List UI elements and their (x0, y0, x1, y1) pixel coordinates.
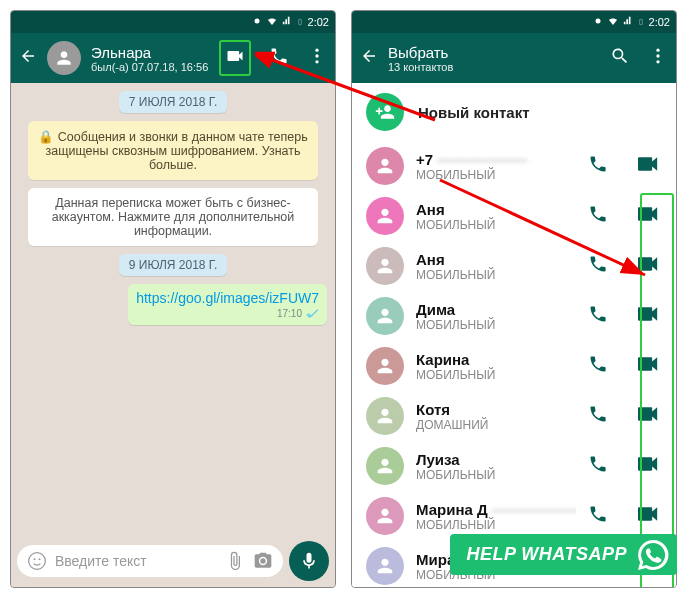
voice-call-icon[interactable] (269, 46, 289, 70)
contact-type: МОБИЛЬНЫЙ (416, 318, 576, 332)
contact-row[interactable]: +7 —————— МОБИЛЬНЫЙ (352, 141, 676, 191)
voice-call-icon[interactable] (588, 504, 608, 528)
phone-chat: 2:02 Эльнара был(-а) 07.07.18, 16:56 7 И… (10, 10, 336, 588)
contact-info: +7 —————— МОБИЛЬНЫЙ (416, 151, 576, 182)
attach-icon[interactable] (225, 551, 245, 571)
svg-point-6 (34, 558, 36, 560)
contact-row[interactable]: Карина МОБИЛЬНЫЙ (352, 341, 676, 391)
contact-row[interactable]: Котя ДОМАШНИЙ (352, 391, 676, 441)
add-person-icon (366, 93, 404, 131)
phone-picker: 2:02 Выбрать 13 контактов Новый контакт (351, 10, 677, 588)
contact-type: МОБИЛЬНЫЙ (416, 468, 576, 482)
svg-point-7 (39, 558, 41, 560)
voice-call-icon[interactable] (588, 404, 608, 428)
read-icon (305, 309, 319, 319)
svg-point-3 (315, 54, 318, 57)
more-icon[interactable] (648, 46, 668, 70)
contact-type: МОБИЛЬНЫЙ (416, 168, 576, 182)
chat-title-block[interactable]: Эльнара был(-а) 07.07.18, 16:56 (91, 44, 209, 73)
svg-point-10 (656, 49, 659, 52)
voice-call-icon[interactable] (588, 354, 608, 378)
contact-name: Луиза (416, 451, 576, 468)
svg-rect-9 (639, 19, 642, 24)
back-icon[interactable] (19, 47, 37, 69)
last-seen: был(-а) 07.07.18, 16:56 (91, 61, 209, 73)
voice-call-icon[interactable] (588, 454, 608, 478)
banner-text: HELP WHATSAPP (466, 544, 627, 564)
input-placeholder: Введите текст (55, 553, 217, 569)
contact-row[interactable]: Луиза МОБИЛЬНЫЙ (352, 441, 676, 491)
contact-name: Аня (416, 251, 576, 268)
contact-avatar (366, 297, 404, 335)
message-out[interactable]: https://goo.gl/images/izFUW7 17:10 (128, 284, 327, 325)
contact-name: +7 —————— (416, 151, 576, 168)
contact-info: Луиза МОБИЛЬНЫЙ (416, 451, 576, 482)
contact-avatar (366, 197, 404, 235)
new-contact-label: Новый контакт (418, 104, 530, 121)
contact-avatar (366, 147, 404, 185)
location-icon (593, 16, 603, 28)
battery-icon (296, 16, 304, 28)
svg-point-4 (315, 60, 318, 63)
voice-call-icon[interactable] (588, 154, 608, 178)
voice-call-icon[interactable] (588, 254, 608, 278)
video-call-icon[interactable] (620, 407, 662, 425)
encryption-notice[interactable]: 🔒 Сообщения и звонки в данном чате тепер… (28, 121, 318, 180)
contact-info: Карина МОБИЛЬНЫЙ (416, 351, 576, 382)
picker-title: Выбрать (388, 44, 600, 61)
more-icon[interactable] (307, 46, 327, 70)
whatsapp-icon (635, 537, 671, 573)
search-icon[interactable] (610, 46, 630, 70)
contact-avatar (366, 497, 404, 535)
date-divider: 7 ИЮЛЯ 2018 Г. (119, 91, 228, 113)
svg-point-11 (656, 54, 659, 57)
contact-name: Марина Д —————— (416, 501, 576, 518)
picker-title-block: Выбрать 13 контактов (388, 44, 600, 73)
video-call-icon[interactable] (620, 307, 662, 325)
svg-rect-1 (298, 19, 301, 24)
contact-row[interactable]: Дима МОБИЛЬНЫЙ (352, 291, 676, 341)
contact-name: Аня (416, 201, 576, 218)
svg-point-5 (29, 553, 46, 570)
svg-point-2 (315, 49, 318, 52)
message-input[interactable]: Введите текст (17, 545, 283, 577)
video-call-icon[interactable] (620, 257, 662, 275)
contact-info: Аня МОБИЛЬНЫЙ (416, 251, 576, 282)
mic-button[interactable] (289, 541, 329, 581)
business-notice[interactable]: Данная переписка может быть с бизнес-акк… (28, 188, 318, 246)
signal-icon (623, 16, 633, 28)
location-icon (252, 16, 262, 28)
contact-row[interactable]: Аня МОБИЛЬНЫЙ (352, 241, 676, 291)
clock: 2:02 (308, 16, 329, 28)
video-call-icon[interactable] (620, 207, 662, 225)
wifi-icon (266, 15, 278, 29)
contact-type: МОБИЛЬНЫЙ (416, 218, 576, 232)
video-call-icon[interactable] (620, 507, 662, 525)
video-call-icon[interactable] (620, 357, 662, 375)
contact-row[interactable]: Аня МОБИЛЬНЫЙ (352, 191, 676, 241)
status-bar: 2:02 (352, 11, 676, 33)
video-call-icon[interactable] (620, 157, 662, 175)
camera-icon[interactable] (253, 551, 273, 571)
video-call-icon[interactable] (620, 457, 662, 475)
voice-call-icon[interactable] (588, 204, 608, 228)
contact-type: ДОМАШНИЙ (416, 418, 576, 432)
back-icon[interactable] (360, 47, 378, 69)
chat-body: 7 ИЮЛЯ 2018 Г. 🔒 Сообщения и звонки в да… (11, 83, 335, 535)
help-whatsapp-banner: HELP WHATSAPP (450, 534, 677, 575)
voice-call-icon[interactable] (588, 304, 608, 328)
svg-point-8 (595, 19, 600, 24)
video-call-icon[interactable] (219, 40, 251, 76)
input-bar: Введите текст (11, 535, 335, 587)
contact-info: Аня МОБИЛЬНЫЙ (416, 201, 576, 232)
picker-subtitle: 13 контактов (388, 61, 600, 73)
contact-avatar[interactable] (47, 41, 81, 75)
emoji-icon[interactable] (27, 551, 47, 571)
message-link[interactable]: https://goo.gl/images/izFUW7 (136, 290, 319, 306)
chat-app-bar: Эльнара был(-а) 07.07.18, 16:56 (11, 33, 335, 83)
clock: 2:02 (649, 16, 670, 28)
svg-point-12 (656, 60, 659, 63)
signal-icon (282, 16, 292, 28)
contact-avatar (366, 247, 404, 285)
new-contact-button[interactable]: Новый контакт (352, 83, 676, 141)
